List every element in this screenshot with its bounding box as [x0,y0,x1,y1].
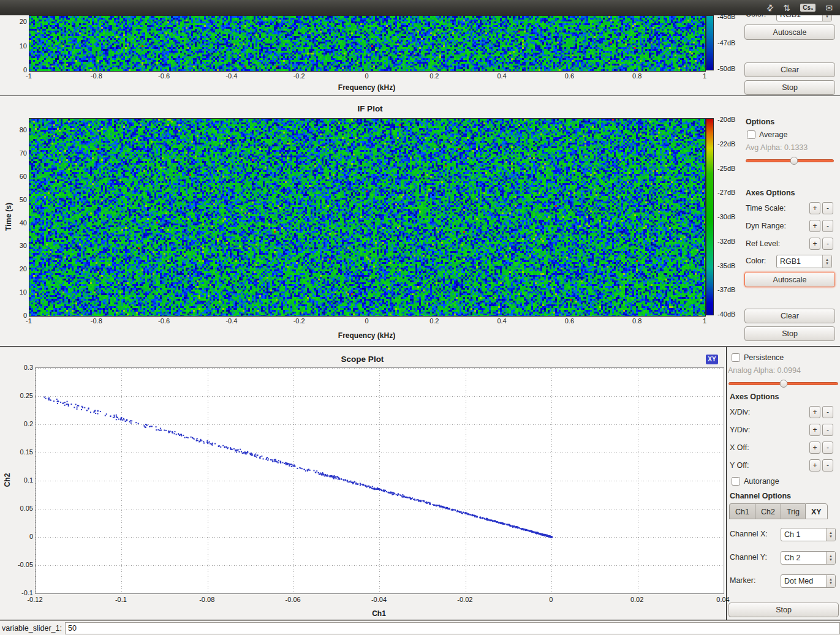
if-color-select[interactable]: RGB1 ▲▼ [776,255,832,268]
tab-ch2[interactable]: Ch2 [755,503,781,519]
if-clear-button[interactable]: Clear [744,309,835,323]
autorange-checkbox[interactable] [732,477,740,486]
x-off-plus-button[interactable]: + [809,441,820,454]
analog-alpha-slider[interactable] [728,379,838,388]
average-label: Average [759,130,787,139]
top-colorbar-ticks: -45dB-47dB-50dB [717,17,743,69]
ref-level-label: Ref Level: [746,239,780,248]
if-plot-section: IF Plot Time (s) 80706050403020100 -1-0.… [0,97,840,347]
x-off-label: X Off: [730,443,749,452]
spinner-arrows-icon[interactable]: ▲▼ [826,528,835,541]
top-x-axis-ticks: -1-0.8-0.6-0.4-0.200.20.40.60.81 [29,72,705,80]
variable-slider-input[interactable] [65,622,840,634]
dyn-range-row: Dyn Range: + - [746,220,835,233]
top-color-select[interactable]: RGB1 ▲▼ [776,15,832,21]
variable-slider-label: variable_slider_1: [0,624,65,633]
spinner-arrows-icon[interactable]: ▲▼ [822,15,831,21]
x-off-minus-button[interactable]: - [822,441,833,454]
channel-y-label: Channel Y: [730,553,767,562]
time-scale-minus-button[interactable]: - [822,202,833,214]
average-checkbox[interactable] [747,130,755,139]
scope-plot-section: Scope Plot XY Ch2 0.30.250.20.150.10.050… [0,347,840,620]
persistence-option[interactable]: Persistence [732,353,784,363]
network-disconnected-icon[interactable]: ⇅ [765,2,776,13]
time-scale-label: Time Scale: [746,204,786,212]
top-colorbar [706,15,714,70]
scope-stop-button[interactable]: Stop [728,603,839,617]
time-scale-row: Time Scale: + - [746,202,835,216]
top-stop-button[interactable]: Stop [744,80,835,95]
x-off-row: X Off: + - [730,441,835,455]
slider-handle[interactable] [779,380,787,388]
options-heading: Options [746,118,774,126]
y-div-plus-button[interactable]: + [809,424,820,436]
x-div-plus-button[interactable]: + [809,406,820,418]
top-clear-button[interactable]: Clear [744,62,835,77]
if-x-axis-label: Frequency (kHz) [29,331,705,340]
if-stop-button[interactable]: Stop [744,326,835,341]
channel-x-row: Channel X: Ch 1 ▲▼ [730,528,835,541]
scope-x-axis-ticks: -0.12-0.1-0.08-0.06-0.04-0.0200.020.04 [35,596,723,604]
y-div-minus-button[interactable]: - [822,424,833,436]
spinner-arrows-icon[interactable]: ▲▼ [826,575,835,587]
x-div-minus-button[interactable]: - [822,406,833,418]
keyboard-layout-indicator[interactable]: Cs₁ [800,4,815,12]
top-x-axis-label: Frequency (kHz) [29,83,705,92]
top-autoscale-button[interactable]: Autoscale [744,24,835,40]
top-waterfall-plot[interactable] [29,15,706,72]
if-color-row: Color: RGB1 ▲▼ [746,255,835,268]
avg-alpha-slider[interactable] [746,156,834,165]
channel-tabs: Ch1 Ch2 Trig XY [729,503,828,519]
channel-y-value: Ch 2 [781,552,826,564]
updown-arrows-icon[interactable]: ⇅ [784,4,791,12]
scope-axes-options-heading: Axes Options [730,393,779,401]
if-autoscale-button[interactable]: Autoscale [744,272,835,287]
y-off-plus-button[interactable]: + [809,459,820,472]
dyn-range-label: Dyn Range: [746,222,786,230]
if-plot-title: IF Plot [0,104,740,113]
tab-trig[interactable]: Trig [781,503,805,519]
tab-ch1[interactable]: Ch1 [729,503,755,519]
average-option[interactable]: Average [747,130,787,140]
scope-y-axis-ticks: 0.30.250.20.150.10.050-0.05-0.1 [13,367,33,593]
y-off-minus-button[interactable]: - [822,459,833,472]
top-control-panel: Color: RGB1 ▲▼ Autoscale Clear Stop [743,15,836,96]
top-color-value: RGB1 [777,15,822,21]
dyn-range-minus-button[interactable]: - [822,220,833,232]
channel-x-label: Channel X: [730,530,768,538]
x-div-row: X/Div: + - [730,406,835,419]
channel-y-select[interactable]: Ch 2 ▲▼ [781,551,836,565]
autorange-label: Autorange [744,477,779,486]
ref-level-minus-button[interactable]: - [822,238,833,250]
autorange-option[interactable]: Autorange [732,476,779,486]
top-waterfall-section: 20100 -1-0.8-0.6-0.4-0.200.20.40.60.81 F… [0,15,840,96]
ref-level-plus-button[interactable]: + [809,238,820,250]
titlebar: ⇅ ⇅ Cs₁ ✉ [0,0,840,15]
top-y-axis-ticks: 20100 [12,21,27,70]
y-div-label: Y/Div: [730,426,750,434]
scope-xy-plot[interactable] [35,367,724,594]
mail-icon[interactable]: ✉ [825,4,833,12]
if-colorbar-ticks: -20dB-22dB-25dB-27dB-30dB-32dB-35dB-37dB… [717,119,743,314]
y-off-label: Y Off: [730,461,749,470]
time-scale-plus-button[interactable]: + [809,202,820,214]
tab-xy[interactable]: XY [805,503,828,519]
spinner-arrows-icon[interactable]: ▲▼ [826,552,835,564]
spinner-arrows-icon[interactable]: ▲▼ [822,255,831,268]
marker-select[interactable]: Dot Med ▲▼ [781,574,836,588]
marker-row: Marker: Dot Med ▲▼ [730,574,835,588]
x-div-label: X/Div: [730,408,750,416]
dyn-range-plus-button[interactable]: + [809,220,820,232]
app-window: ⇅ ⇅ Cs₁ ✉ 20100 -1-0.8-0.6-0.4-0.200.20.… [0,0,840,635]
persistence-label: Persistence [744,353,784,362]
channel-x-select[interactable]: Ch 1 ▲▼ [781,528,836,541]
marker-label: Marker: [730,576,755,585]
slider-handle[interactable] [790,157,798,165]
persistence-checkbox[interactable] [732,353,740,362]
top-color-label: Color: [746,15,766,18]
ref-level-row: Ref Level: + - [746,238,835,251]
if-waterfall-plot[interactable] [29,118,706,317]
marker-value: Dot Med [781,575,826,587]
scope-y-axis-label: Ch2 [3,473,12,487]
scope-plot-title: Scope Plot [0,355,725,364]
